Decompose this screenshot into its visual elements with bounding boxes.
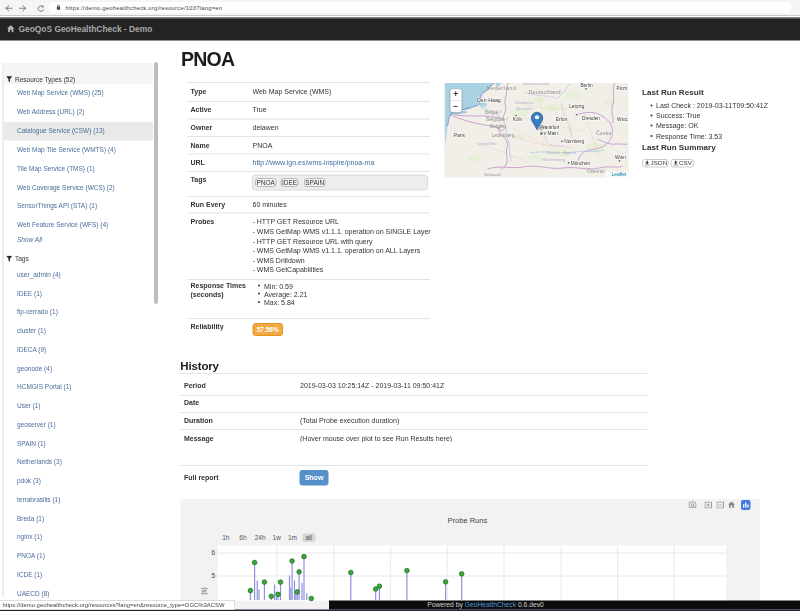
svg-text:Deutschland: Deutschland [528, 88, 560, 94]
svg-text:Leaflet: Leaflet [611, 171, 627, 177]
svg-text:Niedersachsen: Niedersachsen [523, 83, 550, 86]
svg-text:Nürnberg: Nürnberg [564, 139, 584, 144]
svg-text:Grand Est: Grand Est [478, 141, 497, 146]
svg-text:Leipzig: Leipzig [569, 104, 584, 109]
svg-text:Köln: Köln [513, 117, 523, 122]
svg-text:Pozn: Pozn [617, 85, 628, 90]
svg-text:Nordrhein-: Nordrhein- [515, 100, 535, 105]
svg-text:Belgien: Belgien [490, 124, 506, 129]
svg-text:Nederland: Nederland [486, 84, 516, 90]
svg-text:Westfalen: Westfalen [516, 106, 534, 111]
svg-text:Erfurt: Erfurt [556, 117, 568, 122]
svg-text:België /: België / [485, 110, 502, 115]
svg-text:Württemberg: Württemberg [542, 156, 566, 161]
svg-text:Den Haag: Den Haag [477, 97, 501, 103]
svg-text:Letzebuerg: Letzebuerg [492, 133, 515, 138]
svg-text:Schweiz/: Schweiz/ [484, 171, 502, 176]
svg-text:Wroc: Wroc [617, 116, 629, 121]
svg-text:München: München [571, 161, 591, 166]
svg-text:Wien: Wien [615, 155, 626, 160]
svg-text:Baden-: Baden- [547, 149, 561, 154]
svg-text:Belgique /: Belgique / [486, 117, 508, 122]
svg-text:Berlin: Berlin [580, 83, 593, 88]
svg-text:Paris: Paris [454, 133, 465, 138]
svg-text:Česko: Česko [596, 130, 611, 136]
svg-text:Bayern: Bayern [563, 150, 576, 155]
svg-text:Österreic: Österreic [587, 168, 606, 174]
svg-text:am Main: am Main [540, 131, 559, 136]
svg-text:Dresden: Dresden [582, 116, 600, 121]
